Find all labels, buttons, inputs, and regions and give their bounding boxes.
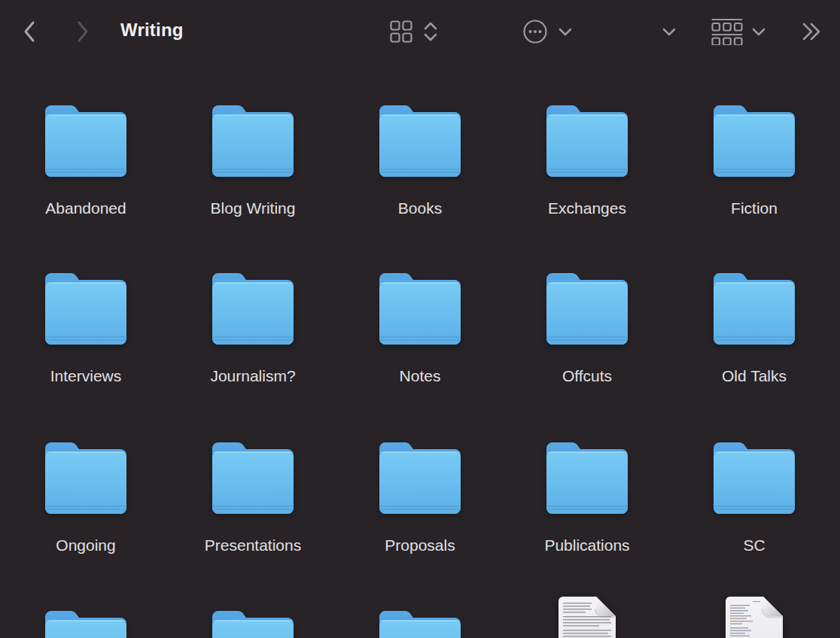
toolbar-overflow-button[interactable] bbox=[799, 20, 823, 44]
page-title: Writing bbox=[120, 20, 184, 41]
file-label: Books bbox=[398, 199, 442, 217]
file-label: Proposals bbox=[385, 536, 455, 554]
file-item-abandoned[interactable]: Abandoned bbox=[2, 104, 169, 217]
folder-icon bbox=[206, 441, 300, 516]
share-chevron[interactable] bbox=[661, 25, 677, 38]
folder-icon bbox=[373, 609, 467, 638]
file-label: Offcuts bbox=[562, 367, 612, 385]
group-view-icon bbox=[711, 18, 743, 45]
chevron-down-icon bbox=[662, 27, 676, 37]
chevron-left-icon bbox=[21, 20, 38, 43]
folder-icon bbox=[540, 272, 634, 347]
ellipsis-circle-icon bbox=[522, 18, 549, 45]
chevron-right-icon bbox=[75, 20, 91, 43]
folder-icon bbox=[39, 104, 132, 179]
document-icon bbox=[552, 594, 622, 638]
up-down-chevrons-icon bbox=[423, 20, 438, 43]
file-item-blog-writing[interactable]: Blog Writing bbox=[169, 104, 336, 217]
icon-grid-row: Interviews Journalism? Notes Offcuts Old… bbox=[2, 272, 838, 385]
double-chevron-right-icon bbox=[800, 21, 823, 42]
toolbar: Writing bbox=[0, 0, 840, 63]
icon-grid-row: Abandoned Blog Writing Books Exchanges F… bbox=[2, 104, 838, 217]
folder-icon bbox=[708, 272, 801, 347]
folder-icon bbox=[39, 609, 132, 638]
file-label: Presentations bbox=[205, 536, 301, 554]
file-item-exchanges[interactable]: Exchanges bbox=[504, 104, 671, 217]
file-item-journalism[interactable]: Journalism? bbox=[169, 272, 336, 385]
file-item-publications[interactable]: Publications bbox=[504, 441, 671, 554]
actions-button[interactable] bbox=[521, 17, 549, 46]
back-button[interactable] bbox=[20, 20, 39, 44]
file-item-sc[interactable]: SC bbox=[671, 441, 838, 554]
folder-icon bbox=[206, 272, 300, 347]
view-mode-dropdown[interactable] bbox=[422, 20, 440, 44]
file-item-folder-partial[interactable] bbox=[336, 609, 504, 638]
icon-grid-row bbox=[2, 609, 838, 638]
folder-icon bbox=[373, 441, 467, 516]
folder-icon bbox=[708, 104, 801, 179]
actions-chevron[interactable] bbox=[557, 25, 574, 38]
group-button[interactable] bbox=[711, 17, 744, 46]
file-label: Notes bbox=[400, 367, 441, 385]
folder-icon bbox=[206, 104, 300, 179]
folder-icon bbox=[39, 272, 132, 347]
folder-icon bbox=[373, 272, 467, 347]
file-label: Exchanges bbox=[548, 199, 626, 217]
folder-icon bbox=[540, 441, 634, 516]
chevron-down-icon bbox=[558, 27, 572, 37]
file-label: Interviews bbox=[50, 367, 122, 385]
forward-button[interactable] bbox=[73, 20, 93, 44]
file-label: Publications bbox=[544, 536, 629, 554]
icon-grid-row: Ongoing Presentations Proposals Publicat… bbox=[2, 441, 838, 554]
document-icon bbox=[720, 594, 789, 638]
grid-view-icon bbox=[390, 20, 412, 43]
file-label: Old Talks bbox=[722, 367, 787, 385]
file-item-books[interactable]: Books bbox=[336, 104, 504, 217]
folder-icon bbox=[39, 441, 132, 516]
file-item-folder-partial[interactable] bbox=[2, 609, 169, 638]
file-item-notes[interactable]: Notes bbox=[336, 272, 504, 385]
file-item-ongoing[interactable]: Ongoing bbox=[2, 441, 169, 554]
group-chevron[interactable] bbox=[750, 25, 767, 38]
file-item-document-partial[interactable] bbox=[671, 609, 838, 638]
file-label: Blog Writing bbox=[211, 199, 296, 217]
file-item-presentations[interactable]: Presentations bbox=[169, 441, 336, 554]
file-item-proposals[interactable]: Proposals bbox=[336, 441, 504, 554]
view-mode-button[interactable] bbox=[388, 19, 414, 44]
file-label: Fiction bbox=[731, 199, 778, 217]
file-item-old-talks[interactable]: Old Talks bbox=[671, 272, 838, 385]
file-label: Abandoned bbox=[45, 199, 126, 217]
chevron-down-icon bbox=[752, 27, 765, 37]
file-label: Journalism? bbox=[210, 367, 295, 385]
folder-icon bbox=[373, 104, 467, 179]
file-label: Ongoing bbox=[56, 536, 115, 554]
file-item-interviews[interactable]: Interviews bbox=[2, 272, 169, 385]
file-item-fiction[interactable]: Fiction bbox=[671, 104, 838, 217]
folder-icon bbox=[708, 441, 801, 516]
file-item-document-partial[interactable] bbox=[504, 609, 671, 638]
folder-icon bbox=[206, 609, 300, 638]
finder-window: Writing bbox=[0, 0, 840, 638]
file-label: SC bbox=[743, 536, 765, 554]
file-item-offcuts[interactable]: Offcuts bbox=[504, 272, 671, 385]
folder-icon bbox=[540, 104, 634, 179]
file-item-folder-partial[interactable] bbox=[169, 609, 336, 638]
